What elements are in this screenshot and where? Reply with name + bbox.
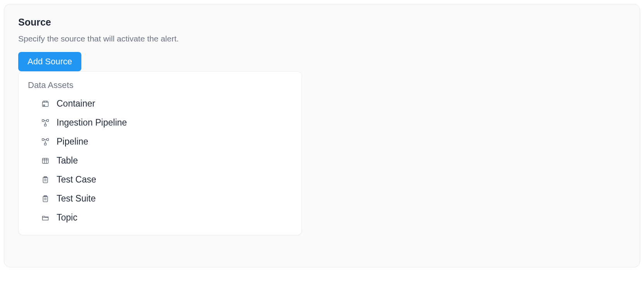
svg-rect-3 bbox=[46, 119, 48, 121]
dropdown-item-label: Test Case bbox=[57, 174, 96, 185]
container-icon bbox=[41, 100, 50, 108]
svg-rect-8 bbox=[43, 158, 48, 163]
source-card: Source Specify the source that will acti… bbox=[4, 4, 640, 267]
dropdown-item-label: Ingestion Pipeline bbox=[57, 117, 127, 128]
dropdown-item-topic[interactable]: Topic bbox=[19, 208, 301, 227]
dropdown-item-ingestion-pipeline[interactable]: Ingestion Pipeline bbox=[19, 113, 301, 132]
dropdown-item-table[interactable]: Table bbox=[19, 151, 301, 170]
pipeline-icon bbox=[41, 138, 50, 146]
dropdown-item-test-case[interactable]: Test Case bbox=[19, 170, 301, 189]
svg-rect-5 bbox=[42, 138, 44, 140]
card-title: Source bbox=[18, 17, 626, 28]
dropdown-item-pipeline[interactable]: Pipeline bbox=[19, 132, 301, 151]
svg-rect-1 bbox=[43, 105, 45, 106]
source-dropdown: Data Assets Container Ingestion Pipeline… bbox=[18, 71, 302, 235]
folder-icon bbox=[41, 214, 50, 222]
dropdown-item-label: Pipeline bbox=[57, 136, 88, 147]
dropdown-item-test-suite[interactable]: Test Suite bbox=[19, 189, 301, 208]
dropdown-item-label: Table bbox=[57, 155, 78, 166]
table-icon bbox=[41, 157, 50, 165]
svg-rect-4 bbox=[45, 124, 46, 126]
clipboard-icon bbox=[41, 195, 50, 203]
svg-rect-7 bbox=[45, 143, 46, 145]
dropdown-item-label: Container bbox=[57, 98, 95, 109]
svg-rect-2 bbox=[42, 119, 44, 121]
dropdown-item-label: Topic bbox=[57, 212, 77, 223]
card-subtitle: Specify the source that will activate th… bbox=[18, 34, 626, 43]
dropdown-item-container[interactable]: Container bbox=[19, 94, 301, 113]
dropdown-group-label: Data Assets bbox=[19, 78, 301, 94]
add-source-button[interactable]: Add Source bbox=[18, 52, 81, 71]
clipboard-icon bbox=[41, 176, 50, 184]
dropdown-item-label: Test Suite bbox=[57, 193, 96, 204]
pipeline-icon bbox=[41, 119, 50, 127]
svg-rect-6 bbox=[46, 138, 48, 140]
